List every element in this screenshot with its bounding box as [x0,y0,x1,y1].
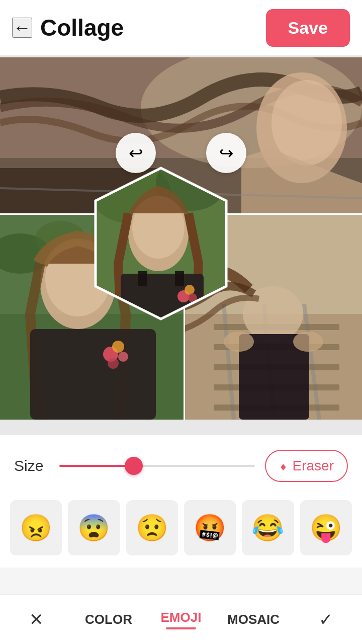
save-button[interactable]: Save [266,9,350,47]
eraser-icon: ⬧ [279,458,288,474]
size-section: Size ⬧ Eraser [0,435,362,492]
svg-point-29 [293,332,323,352]
emoji-tab-label: EMOJI [161,610,202,625]
tab-confirm[interactable]: ✓ [290,595,362,644]
close-icon: ✕ [29,609,43,629]
tab-color[interactable]: COLOR [72,595,145,644]
header-left: ← Collage [12,14,124,41]
active-tab-indicator [166,627,196,629]
undo-button[interactable]: ↩ [116,133,156,173]
eraser-label: Eraser [293,458,334,474]
svg-point-28 [224,332,254,352]
emoji-worry[interactable]: 😟 [126,500,178,555]
emoji-wink-tongue[interactable]: 😜 [300,500,352,555]
redo-button[interactable]: ↪ [206,133,246,173]
undo-redo-controls: ↩ ↪ [0,133,362,173]
tab-close[interactable]: ✕ [0,595,72,644]
size-label: Size [14,457,49,474]
svg-rect-37 [138,271,147,286]
bottom-tab-bar: ✕ COLOR EMOJI MOSAIC ✓ [0,594,362,644]
check-icon: ✓ [319,609,333,629]
mosaic-tab-label: MOSAIC [227,612,280,627]
collage-canvas[interactable]: ↩ ↪ [0,57,362,420]
emoji-grid: 😠 😨 😟 🤬 😂 😜 [0,492,362,568]
slider-thumb[interactable] [125,457,143,475]
slider-track [59,465,255,467]
back-button[interactable]: ← [12,18,32,38]
svg-rect-14 [30,329,156,420]
size-row: Size ⬧ Eraser [14,450,348,482]
svg-rect-38 [175,271,184,286]
svg-point-16 [112,341,124,353]
size-slider-container[interactable] [59,456,255,476]
app-header: ← Collage Save [0,0,362,55]
emoji-rage[interactable]: 🤬 [184,500,236,555]
canvas-separator [0,420,362,435]
svg-point-40 [185,285,195,295]
eraser-button[interactable]: ⬧ Eraser [265,450,348,482]
hexagon-overlay[interactable] [90,163,231,324]
svg-point-18 [108,358,119,369]
page-title: Collage [40,14,124,41]
emoji-angry[interactable]: 😠 [10,500,62,555]
emoji-cry-fear[interactable]: 😨 [68,500,120,555]
color-tab-label: COLOR [85,612,132,627]
emoji-laugh-cry[interactable]: 😂 [242,500,294,555]
svg-point-17 [118,352,128,362]
tab-emoji[interactable]: EMOJI [145,595,217,644]
tab-mosaic[interactable]: MOSAIC [217,595,290,644]
